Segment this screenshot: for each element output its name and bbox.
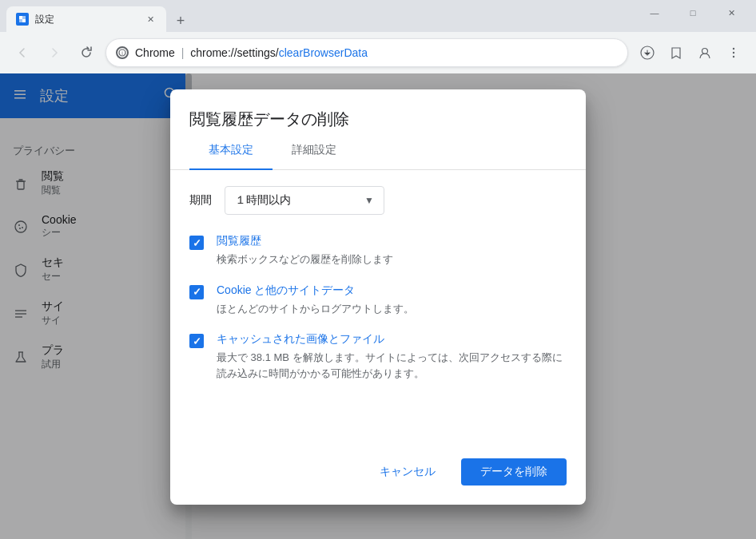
svg-rect-1: [22, 16, 26, 19]
dialog-header: 閲覧履歴データの削除: [170, 89, 586, 130]
delete-data-button[interactable]: データを削除: [461, 458, 567, 485]
checkbox-title-2: Cookie と他のサイトデータ: [217, 283, 414, 298]
period-select-text: １時間以内: [235, 193, 358, 208]
period-label: 期間: [189, 193, 212, 208]
download-icon[interactable]: [635, 40, 660, 65]
address-text: Chrome | chrome://settings/clearBrowserD…: [135, 46, 618, 59]
checkbox-wrap-3: ✓: [189, 334, 204, 348]
maximize-button[interactable]: □: [674, 0, 711, 26]
checkbox-desc-2: ほとんどのサイトからログアウトします。: [217, 301, 414, 317]
address-bar: i Chrome | chrome://settings/clearBrowse…: [0, 32, 756, 73]
main-content: 設定 プライバシー: [0, 73, 756, 539]
checkbox-wrap-1: ✓: [189, 236, 204, 250]
back-button[interactable]: [10, 40, 35, 65]
dialog-body: 期間 １時間以内 ▼ ✓: [170, 170, 586, 458]
window-frame: 設定 ✕ + — □ ✕ i: [0, 0, 756, 539]
svg-point-10: [733, 56, 734, 57]
tab-title: 設定: [35, 13, 137, 26]
svg-rect-3: [22, 19, 26, 22]
checkbox-title-3: キャッシュされた画像とファイル: [217, 332, 567, 347]
tab-close-button[interactable]: ✕: [144, 13, 157, 26]
address-separator: |: [178, 46, 187, 59]
new-tab-button[interactable]: +: [169, 10, 192, 32]
checkbox-content-3: キャッシュされた画像とファイル 最大で 38.1 MB を解放します。サイトによ…: [217, 332, 567, 381]
checkbox-item-cookies: ✓ Cookie と他のサイトデータ ほとんどのサイトからログアウトします。: [189, 283, 567, 317]
address-input[interactable]: i Chrome | chrome://settings/clearBrowse…: [105, 38, 628, 67]
site-name: Chrome: [135, 46, 175, 59]
forward-button[interactable]: [42, 40, 67, 65]
checkmark-2: ✓: [193, 286, 201, 298]
cancel-button[interactable]: キャンセル: [360, 458, 455, 485]
menu-icon[interactable]: [721, 40, 746, 65]
bookmark-icon[interactable]: [663, 40, 689, 65]
url-scheme: chrome://settings/: [190, 46, 279, 59]
checkmark-3: ✓: [193, 335, 201, 347]
dropdown-arrow-icon: ▼: [364, 195, 374, 206]
svg-rect-2: [19, 19, 22, 22]
checkbox-desc-1: 検索ボックスなどの履歴を削除します: [217, 252, 393, 268]
close-button[interactable]: ✕: [713, 0, 750, 26]
checkbox-cookies[interactable]: ✓: [189, 285, 204, 299]
security-icon: i: [116, 46, 129, 59]
dialog-footer: キャンセル データを削除: [170, 458, 586, 485]
window-controls: — □ ✕: [636, 0, 750, 32]
url-path: clearBrowserData: [279, 46, 368, 59]
tab-area: 設定 ✕ +: [6, 0, 636, 32]
checkbox-desc-3: 最大で 38.1 MB を解放します。サイトによっては、次回アクセスする際に読み…: [217, 350, 567, 381]
dialog-overlay: 閲覧履歴データの削除 基本設定 詳細設定 期間 １時間以内 ▼: [0, 73, 756, 539]
checkbox-content-2: Cookie と他のサイトデータ ほとんどのサイトからログアウトします。: [217, 283, 414, 317]
minimize-button[interactable]: —: [636, 0, 673, 26]
svg-text:i: i: [121, 50, 123, 56]
checkbox-content-1: 閲覧履歴 検索ボックスなどの履歴を削除します: [217, 234, 393, 268]
period-select[interactable]: １時間以内 ▼: [225, 186, 384, 215]
svg-rect-0: [19, 16, 22, 19]
checkbox-item-browsing-history: ✓ 閲覧履歴 検索ボックスなどの履歴を削除します: [189, 234, 567, 268]
checkbox-cache[interactable]: ✓: [189, 334, 204, 348]
checkbox-browsing-history[interactable]: ✓: [189, 236, 204, 250]
tab-basic-settings[interactable]: 基本設定: [189, 130, 273, 170]
tab-advanced-settings[interactable]: 詳細設定: [273, 130, 356, 170]
dialog-tabs: 基本設定 詳細設定: [170, 130, 586, 170]
period-row: 期間 １時間以内 ▼: [189, 186, 567, 215]
dialog-title: 閲覧履歴データの削除: [189, 109, 567, 130]
clear-browser-data-dialog: 閲覧履歴データの削除 基本設定 詳細設定 期間 １時間以内 ▼: [170, 89, 586, 505]
reload-button[interactable]: [74, 40, 99, 65]
checkbox-item-cache: ✓ キャッシュされた画像とファイル 最大で 38.1 MB を解放します。サイト…: [189, 332, 567, 381]
svg-point-9: [733, 52, 734, 54]
checkbox-title-1: 閲覧履歴: [217, 234, 393, 248]
active-tab[interactable]: 設定 ✕: [6, 6, 166, 32]
account-icon[interactable]: [692, 40, 718, 65]
checkbox-wrap-2: ✓: [189, 285, 204, 299]
title-bar: 設定 ✕ + — □ ✕: [0, 0, 756, 32]
toolbar-icons: [635, 40, 746, 65]
tab-favicon: [16, 13, 29, 26]
checkmark-1: ✓: [193, 237, 201, 249]
svg-point-8: [733, 48, 734, 50]
